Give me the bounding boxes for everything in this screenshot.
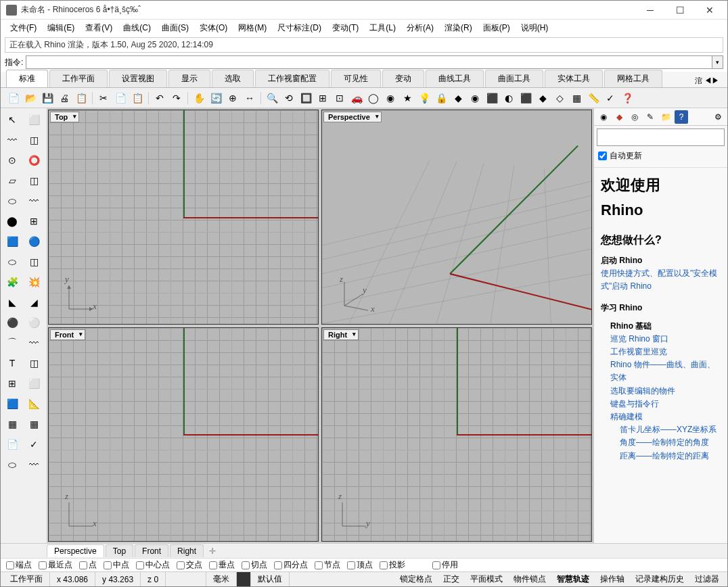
left-tool-25[interactable]: ◫ (24, 354, 43, 372)
toolbar-button-5[interactable]: ✂ (96, 91, 111, 105)
left-tool-19[interactable]: ◢ (24, 294, 43, 311)
left-tool-31[interactable]: ▦ (24, 415, 43, 433)
tool-tab[interactable]: 设置视图 (109, 70, 167, 87)
status-units[interactable]: 毫米 (206, 572, 237, 586)
left-tool-26[interactable]: ⊞ (3, 375, 22, 392)
osnap-checkbox[interactable] (79, 561, 87, 569)
help-link[interactable]: 笛卡儿坐标——XYZ坐标系 (620, 423, 721, 436)
tool-tab[interactable]: 实体工具 (545, 70, 603, 87)
help-link[interactable]: 工作视窗里巡览 (610, 346, 721, 358)
menu-item[interactable]: 文件(F) (5, 20, 42, 36)
toolbar-button-33[interactable]: 📏 (586, 91, 601, 105)
menu-item[interactable]: 说明(H) (516, 20, 554, 36)
menu-item[interactable]: 网格(M) (233, 20, 272, 36)
close-button[interactable]: ✕ (695, 1, 725, 20)
left-tool-11[interactable]: ⊞ (24, 212, 43, 230)
help-link[interactable]: 角度——绘制特定的角度 (620, 436, 721, 449)
menu-item[interactable]: 渲染(R) (439, 20, 478, 36)
osnap-checkbox[interactable] (6, 561, 14, 569)
menu-item[interactable]: 曲面(S) (156, 20, 194, 36)
toolbar-button-9[interactable]: ↷ (169, 91, 184, 105)
help-link[interactable]: Rhino 物件——曲线、曲面、实体 (610, 358, 721, 384)
viewport-tab[interactable]: Right (170, 544, 204, 557)
toolbar-button-3[interactable]: 🖨 (57, 91, 72, 105)
status-layer-color[interactable] (237, 572, 251, 586)
left-tool-9[interactable]: 〰 (24, 192, 43, 210)
help-link-start[interactable]: 使用快捷方式、配置以及"安全模式"启动 Rhino (601, 267, 721, 293)
toolbar-button-4[interactable]: 📋 (74, 91, 89, 105)
panel-icon-display[interactable]: ✎ (643, 110, 657, 124)
osnap-节点[interactable]: 节点 (315, 559, 340, 571)
toolbar-button-27[interactable]: ⬛ (484, 91, 499, 105)
help-link[interactable]: 精确建模 (610, 410, 721, 423)
toolbar-button-29[interactable]: ⬛ (518, 91, 533, 105)
toolbar-button-21[interactable]: ◉ (383, 91, 398, 105)
tab-overflow[interactable]: 涫 ◀▶ (692, 74, 722, 87)
toolbar-button-25[interactable]: ◆ (451, 91, 465, 105)
osnap-checkbox[interactable] (380, 561, 388, 569)
left-tool-12[interactable]: 🟦 (3, 233, 22, 250)
status-toggle[interactable]: 智慧轨迹 (551, 573, 595, 585)
toolbar-button-17[interactable]: ⊞ (315, 91, 330, 105)
auto-update-checkbox[interactable]: 自动更新 (598, 150, 723, 162)
viewport-label[interactable]: Front (50, 329, 85, 340)
left-tool-32[interactable]: 📄 (3, 436, 22, 453)
tool-tab[interactable]: 选取 (212, 70, 254, 87)
toolbar-button-30[interactable]: ◆ (535, 91, 550, 105)
tool-tab[interactable]: 显示 (168, 70, 210, 87)
left-tool-34[interactable]: ⬭ (3, 456, 22, 473)
toolbar-button-22[interactable]: ★ (400, 91, 415, 105)
left-tool-13[interactable]: 🔵 (24, 233, 43, 250)
left-tool-17[interactable]: 💥 (24, 273, 43, 291)
help-link[interactable]: 距离——绘制特定的距离 (620, 450, 721, 463)
toolbar-button-14[interactable]: 🔍 (265, 91, 279, 105)
toolbar-button-16[interactable]: 🔲 (298, 91, 313, 105)
command-dropdown[interactable]: ▾ (712, 55, 723, 69)
menu-item[interactable]: 编辑(E) (42, 20, 80, 36)
left-tool-3[interactable]: ◫ (24, 131, 43, 149)
toolbar-button-19[interactable]: 🚗 (349, 91, 364, 105)
menu-item[interactable]: 分析(A) (401, 20, 439, 36)
toolbar-button-31[interactable]: ◇ (552, 91, 567, 105)
panel-icon-layers[interactable]: ◎ (628, 110, 641, 124)
tool-tab[interactable]: 变动 (382, 70, 424, 87)
status-toggle[interactable]: 平面模式 (465, 573, 508, 585)
osnap-顶点[interactable]: 顶点 (347, 559, 373, 571)
osnap-checkbox[interactable] (104, 561, 112, 569)
left-tool-14[interactable]: ⬭ (3, 253, 22, 271)
tool-tab[interactable]: 可见性 (331, 70, 381, 87)
help-link[interactable]: 选取要编辑的物件 (610, 385, 721, 398)
left-tool-24[interactable]: T (3, 354, 22, 372)
minimize-button[interactable]: ─ (635, 1, 665, 20)
left-tool-30[interactable]: ▦ (3, 415, 22, 433)
maximize-button[interactable]: ☐ (665, 1, 695, 20)
toolbar-button-28[interactable]: ◐ (501, 91, 516, 105)
left-tool-33[interactable]: ✓ (24, 436, 43, 453)
toolbar-button-2[interactable]: 💾 (40, 91, 55, 105)
osnap-checkbox[interactable] (242, 561, 250, 569)
auto-update-input[interactable] (598, 151, 607, 160)
panel-icon-render[interactable]: ◉ (597, 110, 610, 124)
left-tool-27[interactable]: ⬜ (24, 375, 43, 392)
viewport-right[interactable]: Right y z (321, 327, 592, 542)
osnap-切点[interactable]: 切点 (242, 559, 267, 571)
osnap-checkbox[interactable] (274, 561, 282, 569)
viewport-label[interactable]: Top (50, 112, 79, 122)
viewport-front[interactable]: Front x z (48, 327, 319, 542)
left-tool-18[interactable]: ◣ (3, 294, 22, 311)
help-link[interactable]: 巡览 Rhino 窗口 (610, 333, 721, 346)
panel-icon-materials[interactable]: ◆ (612, 110, 626, 124)
left-tool-21[interactable]: ⚪ (24, 314, 43, 331)
menu-item[interactable]: 变动(T) (327, 20, 364, 36)
left-tool-5[interactable]: ⭕ (24, 151, 43, 169)
left-tool-22[interactable]: ⌒ (3, 334, 22, 352)
help-link[interactable]: 键盘与指令行 (610, 398, 721, 410)
viewport-label[interactable]: Perspective (323, 112, 382, 122)
osnap-pause[interactable]: 停用 (432, 559, 458, 571)
status-layer[interactable]: 默认值 (251, 572, 290, 586)
left-tool-2[interactable]: 〰 (3, 131, 22, 149)
viewport-perspective[interactable]: Perspective x y z (321, 110, 592, 325)
osnap-点[interactable]: 点 (79, 559, 97, 571)
osnap-端点[interactable]: 端点 (6, 559, 32, 571)
panel-icon-libraries[interactable]: 📁 (659, 110, 673, 124)
